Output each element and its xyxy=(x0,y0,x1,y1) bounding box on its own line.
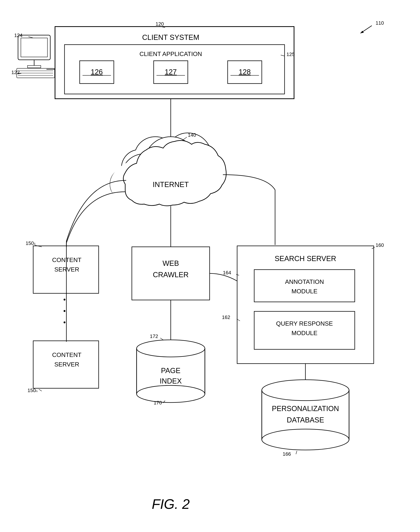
module-126-label: 126 xyxy=(91,68,103,76)
svg-line-20 xyxy=(29,37,33,38)
query-response-label2: MODULE xyxy=(292,329,317,336)
search-server-label: SEARCH SERVER xyxy=(275,255,336,263)
ref-124: 124 xyxy=(14,32,22,38)
internet-label: INTERNET xyxy=(153,181,189,188)
personalization-db-label1: PERSONALIZATION xyxy=(272,405,339,413)
svg-point-40 xyxy=(136,340,205,357)
svg-line-46 xyxy=(372,247,375,249)
client-system-label: CLIENT SYSTEM xyxy=(142,33,199,41)
dots-1: • xyxy=(63,296,66,303)
internet-cloud xyxy=(110,133,231,216)
diagram-container: 110 120 CLIENT SYSTEM CLIENT APPLICATION… xyxy=(0,0,420,532)
ref-150-1: 150₁ xyxy=(26,240,36,246)
web-crawler-label2: CRAWLER xyxy=(153,271,189,279)
svg-line-35 xyxy=(39,389,42,391)
content-server-n-label2: SERVER xyxy=(54,361,79,368)
ref-125: 125 xyxy=(286,51,295,57)
personalization-db-label2: DATABASE xyxy=(287,416,324,424)
svg-rect-47 xyxy=(254,270,355,302)
ref-122: 122 xyxy=(11,69,19,75)
svg-point-53 xyxy=(262,380,349,401)
figure-label: FIG. 2 xyxy=(152,497,190,512)
query-response-label1: QUERY RESPONSE xyxy=(276,320,333,327)
ref-140: 140 xyxy=(188,132,196,138)
module-127-label: 127 xyxy=(165,68,177,76)
dots-2: • xyxy=(63,307,66,315)
svg-rect-13 xyxy=(21,38,47,57)
ref-164: 164 xyxy=(223,270,231,276)
page-index-label1: PAGE xyxy=(161,367,180,375)
svg-point-41 xyxy=(136,385,205,403)
content-server-1-label1: CONTENT xyxy=(52,256,82,263)
ref-150-n: 150ₙ xyxy=(28,388,38,393)
svg-rect-12 xyxy=(18,35,50,60)
ref-170: 170 xyxy=(154,400,162,406)
ref-160: 160 xyxy=(375,242,384,248)
svg-rect-15 xyxy=(28,65,41,68)
svg-line-5 xyxy=(281,55,285,56)
page-index-label2: INDEX xyxy=(160,377,182,385)
dots-3: • xyxy=(63,318,66,326)
svg-rect-45 xyxy=(237,246,374,364)
annotation-module-label2: MODULE xyxy=(292,288,317,295)
ref-172: 172 xyxy=(150,333,158,339)
svg-line-48 xyxy=(236,274,239,275)
ref-120: 120 xyxy=(156,21,164,27)
content-server-n-label1: CONTENT xyxy=(52,351,82,358)
annotation-module-label1: ANNOTATION xyxy=(285,278,324,285)
ref-110: 110 xyxy=(375,20,384,26)
module-128-label: 128 xyxy=(239,68,251,76)
web-crawler-label1: WEB xyxy=(163,259,179,267)
client-application-label: CLIENT APPLICATION xyxy=(139,50,202,57)
svg-point-54 xyxy=(262,429,349,450)
content-server-1-label2: SERVER xyxy=(54,266,79,273)
ref-162: 162 xyxy=(222,314,230,320)
ref-166: 166 xyxy=(283,451,291,457)
svg-line-57 xyxy=(296,451,297,454)
